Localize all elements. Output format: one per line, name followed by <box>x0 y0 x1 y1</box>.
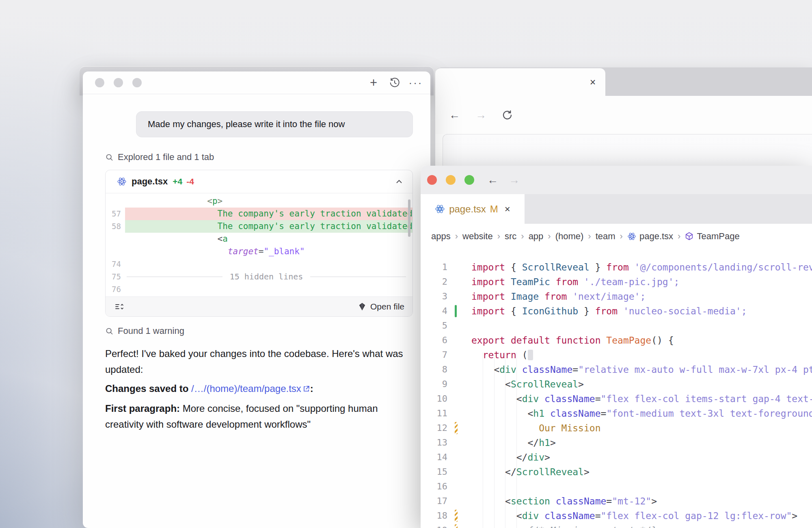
breadcrumb-item[interactable]: page.tsx <box>627 231 673 242</box>
code-line: 17 <section className="mt-12"> <box>421 494 812 509</box>
breadcrumb[interactable]: apps›website›src›app›(home)›team› page.t… <box>421 224 812 249</box>
breadcrumb-item[interactable]: TeamPage <box>685 231 739 242</box>
search-icon <box>105 153 114 162</box>
breadcrumb-item[interactable]: app <box>529 231 544 242</box>
back-button[interactable]: ← <box>449 109 460 121</box>
diff-code: target="_blank" <box>125 245 412 258</box>
code-line: 14 </div> <box>421 450 812 465</box>
reload-button[interactable] <box>502 110 513 121</box>
diff-body: <p>57 The company's early traction valid… <box>106 193 412 296</box>
code-line: 1import { ScrollReveal } from '@/compone… <box>421 260 812 275</box>
tab-close-button[interactable]: × <box>586 76 599 89</box>
browser-tabbar: × <box>435 67 812 96</box>
chevron-right-icon: › <box>455 231 458 242</box>
line-number: 1 <box>421 260 447 275</box>
line-number: 18 <box>421 509 447 523</box>
diff-code: <a <box>125 233 412 245</box>
gutter-marker <box>455 305 457 317</box>
diff-scrollbar[interactable] <box>408 199 410 237</box>
diff-code: <p> <box>125 195 412 208</box>
desktop: + ··· Made my changes, please write it i… <box>0 0 812 528</box>
history-button[interactable] <box>388 76 401 89</box>
file-link[interactable]: /…/(home)/team/page.tsx <box>191 383 301 394</box>
diff-additions: +4 <box>173 177 182 186</box>
line-number: 9 <box>421 377 447 392</box>
minimize-button[interactable] <box>446 175 456 185</box>
breadcrumb-item[interactable]: (home) <box>555 231 584 242</box>
chat-titlebar: + ··· <box>83 71 430 94</box>
code-line: 7 return ( <box>421 348 812 362</box>
breadcrumb-item[interactable]: website <box>462 231 493 242</box>
code-line: 4import { IconGithub } from 'nucleo-soci… <box>421 304 812 318</box>
breadcrumb-item[interactable]: apps <box>431 231 451 242</box>
more-options-button[interactable]: ··· <box>409 76 422 89</box>
browser-tab[interactable]: × <box>435 68 605 96</box>
minimize-button[interactable] <box>114 78 123 87</box>
new-chat-button[interactable]: + <box>367 76 380 89</box>
browser-toolbar: ← → <box>435 96 812 134</box>
line-number: 3 <box>421 289 447 304</box>
external-link-icon[interactable] <box>302 381 310 397</box>
assistant-paragraph-1: Perfect! I've baked your changes into th… <box>105 346 413 377</box>
diff-code: The company's early traction validated t… <box>125 220 412 233</box>
line-number: 58 <box>106 220 125 233</box>
line-number <box>106 195 125 208</box>
close-button[interactable] <box>95 78 104 87</box>
zoom-button[interactable] <box>132 78 142 87</box>
chevron-up-icon <box>395 177 404 186</box>
editor-back-button[interactable]: ← <box>487 174 498 186</box>
line-number <box>106 245 125 258</box>
line-number: 11 <box>421 406 447 421</box>
code-line: 10 <div className="flex flex-col items-s… <box>421 392 812 406</box>
diff-code <box>125 283 412 296</box>
chat-content: Made my changes, please write it into th… <box>83 111 430 432</box>
diff-card: page.tsx +4 -4 <p>57 The company's early… <box>105 170 413 317</box>
line-number: 74 <box>106 258 125 270</box>
react-icon <box>627 232 636 241</box>
line-number: 17 <box>421 494 447 509</box>
code-area[interactable]: 1import { ScrollReveal } from '@/compone… <box>421 249 812 528</box>
diff-deletions: -4 <box>186 177 194 186</box>
diff-row: 74 <box>106 258 412 270</box>
diff-row: 57 The company's early traction validate… <box>106 208 412 220</box>
chevron-right-icon: › <box>548 231 551 242</box>
diff-card-header[interactable]: page.tsx +4 -4 <box>106 170 412 193</box>
diff-row: <a <box>106 233 412 245</box>
collapse-button[interactable] <box>395 177 404 186</box>
react-icon <box>117 177 127 186</box>
code-line: 16 <box>421 479 812 494</box>
open-file-button[interactable]: Open file <box>358 302 404 312</box>
gutter-marker <box>455 510 458 522</box>
line-number: 2 <box>421 275 447 289</box>
line-number: 19 <box>421 523 447 528</box>
code-line: 9 <ScrollReveal> <box>421 377 812 392</box>
line-number: 6 <box>421 333 447 348</box>
warning-status[interactable]: Found 1 warning <box>105 326 413 336</box>
editor-window: ← → page.tsx M × apps›website›src›app›(h… <box>421 166 812 528</box>
chevron-right-icon: › <box>678 231 680 242</box>
line-number: 4 <box>421 304 447 318</box>
expand-diff-icon[interactable] <box>114 302 124 312</box>
close-button[interactable] <box>427 175 437 185</box>
tab-close-button[interactable]: × <box>505 203 510 215</box>
forward-button: → <box>475 109 486 121</box>
zoom-button[interactable] <box>464 175 474 185</box>
gutter-marker <box>455 422 458 434</box>
traffic-lights <box>427 175 474 185</box>
tab-react-icon <box>435 204 445 214</box>
line-number: 10 <box>421 392 447 406</box>
saved-suffix: : <box>310 383 313 394</box>
plus-icon: + <box>370 76 377 89</box>
diff-row: target="_blank" <box>106 245 412 258</box>
breadcrumb-item[interactable]: team <box>596 231 615 242</box>
diff-file-name: page.tsx <box>132 176 168 187</box>
code-line: 15 </ScrollReveal> <box>421 465 812 479</box>
breadcrumb-item[interactable]: src <box>505 231 516 242</box>
editor-forward-button: → <box>509 174 520 186</box>
explored-status[interactable]: Explored 1 file and 1 tab <box>105 152 413 162</box>
history-icon <box>389 77 400 89</box>
line-number: 14 <box>421 450 447 465</box>
line-number: 5 <box>421 318 447 333</box>
hidden-lines-divider[interactable]: 15 hidden lines <box>125 270 412 283</box>
editor-tab[interactable]: page.tsx M × <box>421 194 525 224</box>
